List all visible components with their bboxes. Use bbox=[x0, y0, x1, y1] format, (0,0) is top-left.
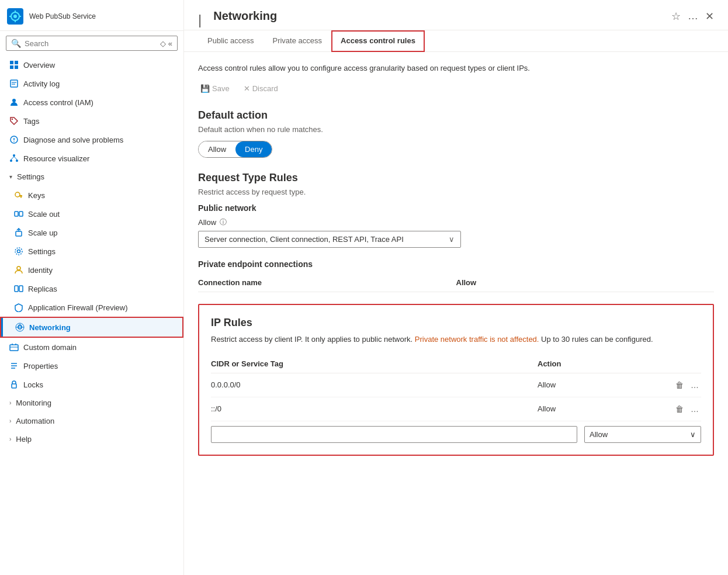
help-section-header[interactable]: › Help bbox=[0, 430, 183, 448]
favorite-icon[interactable]: ☆ bbox=[671, 10, 681, 23]
ip-rules-description: Restrict access by client IP. It only ap… bbox=[211, 334, 701, 345]
svg-rect-35 bbox=[19, 286, 23, 292]
sidebar-item-label: Scale out bbox=[28, 210, 174, 219]
help-chevron-icon: › bbox=[9, 436, 11, 442]
svg-point-31 bbox=[18, 250, 20, 253]
main-header: | Networking ☆ … ✕ bbox=[184, 0, 728, 30]
sidebar-item-resource-visualizer[interactable]: Resource visualizer bbox=[0, 149, 183, 168]
svg-rect-27 bbox=[15, 212, 18, 216]
sidebar-item-properties[interactable]: Properties bbox=[0, 356, 183, 375]
networking-icon bbox=[15, 323, 25, 332]
private-endpoints-title: Private endpoint connections bbox=[198, 259, 714, 269]
sidebar-item-access-control[interactable]: Access control (IAM) bbox=[0, 93, 183, 112]
custom-domain-icon bbox=[9, 342, 19, 352]
sidebar-item-tags[interactable]: Tags bbox=[0, 112, 183, 130]
access-control-icon bbox=[9, 98, 19, 107]
tab-access-control-rules[interactable]: Access control rules bbox=[331, 30, 425, 52]
default-action-desc: Default action when no rule matches. bbox=[198, 125, 714, 134]
discard-button[interactable]: ✕ Discard bbox=[241, 82, 280, 95]
svg-point-14 bbox=[12, 99, 16, 102]
svg-rect-8 bbox=[15, 61, 18, 64]
sidebar-item-custom-domain[interactable]: Custom domain bbox=[0, 338, 183, 356]
sidebar-item-diagnose[interactable]: Diagnose and solve problems bbox=[0, 130, 183, 149]
deny-toggle-btn[interactable]: Deny bbox=[235, 141, 272, 157]
search-settings-icon[interactable]: ◇ bbox=[160, 39, 166, 48]
more-row-button[interactable]: … bbox=[688, 403, 701, 415]
ip-add-action-select[interactable]: Allow ∨ bbox=[584, 426, 701, 443]
public-network-dropdown[interactable]: Server connection, Client connection, RE… bbox=[198, 231, 461, 248]
monitoring-section-label: Monitoring bbox=[16, 399, 51, 407]
search-collapse-icon[interactable]: « bbox=[168, 39, 172, 48]
request-type-rules-desc: Restrict access by request type. bbox=[198, 188, 714, 196]
tabs-container: Public access Private access Access cont… bbox=[184, 30, 728, 52]
close-icon[interactable]: ✕ bbox=[705, 10, 714, 23]
search-input[interactable] bbox=[25, 39, 160, 48]
more-row-button[interactable]: … bbox=[688, 379, 701, 391]
ip-cidr-value: ::/0 bbox=[211, 404, 538, 413]
svg-rect-7 bbox=[10, 61, 13, 64]
settings-chevron-icon: ▾ bbox=[9, 174, 12, 180]
sidebar-item-replicas[interactable]: Replicas bbox=[0, 279, 183, 298]
ip-add-row: Allow ∨ bbox=[211, 421, 701, 443]
svg-rect-25 bbox=[19, 195, 22, 197]
sidebar-item-app-firewall[interactable]: Application Firewall (Preview) bbox=[0, 298, 183, 317]
sidebar-item-locks[interactable]: Locks bbox=[0, 375, 183, 394]
title-pipe: | bbox=[198, 12, 202, 28]
select-chevron-icon: ∨ bbox=[690, 430, 696, 439]
svg-rect-34 bbox=[15, 286, 18, 292]
tab-description: Access control rules allow you to config… bbox=[198, 64, 714, 72]
info-icon[interactable]: ⓘ bbox=[220, 217, 227, 227]
sidebar-item-label: Diagnose and solve problems bbox=[23, 136, 174, 144]
app-firewall-icon bbox=[14, 303, 23, 312]
tab-public-access[interactable]: Public access bbox=[198, 30, 263, 52]
more-options-icon[interactable]: … bbox=[688, 10, 698, 23]
svg-line-23 bbox=[14, 157, 17, 160]
default-action-title: Default action bbox=[198, 109, 714, 122]
sidebar-item-networking[interactable]: Networking bbox=[0, 317, 183, 338]
search-bar[interactable]: 🔍 ◇ « bbox=[6, 36, 178, 51]
svg-point-20 bbox=[10, 160, 12, 162]
sidebar-item-scale-up[interactable]: Scale up bbox=[0, 223, 183, 242]
save-button[interactable]: 💾 Save bbox=[198, 82, 232, 95]
sidebar-item-activity-log[interactable]: Activity log bbox=[0, 74, 183, 93]
sidebar-item-scale-out[interactable]: Scale out bbox=[0, 205, 183, 223]
service-name: Web PubSub Service bbox=[29, 12, 96, 20]
sidebar-item-settings[interactable]: Settings bbox=[0, 242, 183, 261]
svg-point-33 bbox=[17, 266, 20, 270]
svg-rect-29 bbox=[16, 231, 22, 236]
help-section-label: Help bbox=[16, 435, 32, 444]
svg-rect-10 bbox=[15, 65, 18, 69]
ip-row-buttons: 🗑 … bbox=[654, 379, 701, 391]
sidebar-item-label: Replicas bbox=[28, 285, 174, 293]
allow-toggle-btn[interactable]: Allow bbox=[199, 141, 235, 157]
overview-icon bbox=[9, 60, 19, 70]
locks-icon bbox=[9, 380, 19, 389]
monitoring-chevron-icon: › bbox=[9, 400, 11, 406]
ip-rules-table: CIDR or Service Tag Action 0.0.0.0/0 All… bbox=[211, 355, 701, 443]
svg-point-19 bbox=[13, 154, 15, 157]
service-logo bbox=[6, 7, 25, 26]
sidebar-item-keys[interactable]: Keys bbox=[0, 186, 183, 205]
sidebar-item-label: Scale up bbox=[28, 228, 174, 237]
ip-rules-section: IP Rules Restrict access by client IP. I… bbox=[198, 304, 714, 456]
properties-icon bbox=[9, 361, 19, 370]
sidebar-header: Web PubSub Service bbox=[0, 0, 183, 31]
ip-action-value: Allow bbox=[538, 404, 654, 413]
automation-section-header[interactable]: › Automation bbox=[0, 412, 183, 430]
ip-add-input[interactable] bbox=[211, 426, 577, 443]
discard-icon: ✕ bbox=[244, 84, 250, 93]
ip-col-cidr-header: CIDR or Service Tag bbox=[211, 359, 538, 368]
tab-private-access[interactable]: Private access bbox=[263, 30, 331, 52]
sidebar-item-overview[interactable]: Overview bbox=[0, 56, 183, 74]
sidebar-item-identity[interactable]: Identity bbox=[0, 261, 183, 279]
table-row: ::/0 Allow 🗑 … bbox=[211, 397, 701, 421]
settings-section-header[interactable]: ▾ Settings bbox=[0, 168, 183, 186]
toolbar: 💾 Save ✕ Discard bbox=[198, 82, 714, 95]
delete-row-button[interactable]: 🗑 bbox=[673, 403, 686, 415]
svg-rect-26 bbox=[20, 197, 22, 198]
monitoring-section-header[interactable]: › Monitoring bbox=[0, 394, 183, 412]
svg-rect-39 bbox=[10, 345, 18, 351]
private-endpoints-table-header: Connection name Allow bbox=[198, 273, 714, 292]
delete-row-button[interactable]: 🗑 bbox=[673, 379, 686, 391]
sidebar-item-label: Identity bbox=[28, 266, 174, 275]
